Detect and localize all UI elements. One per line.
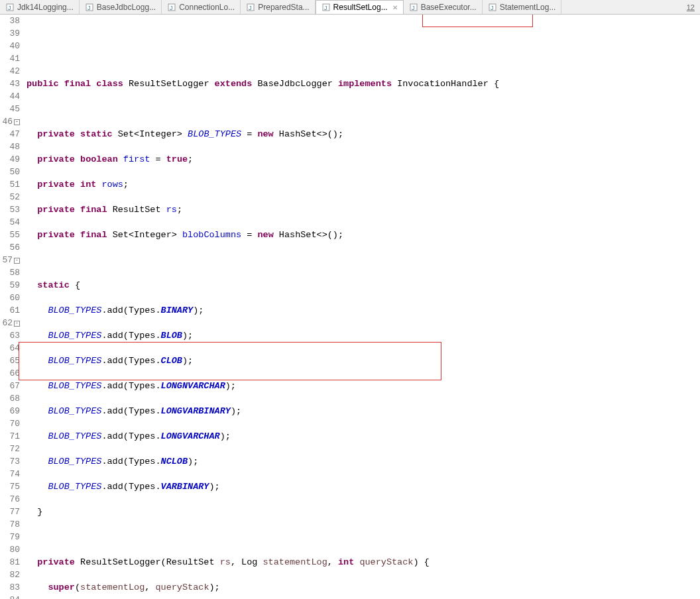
- tab-5[interactable]: J BaseExecutor...: [404, 0, 483, 14]
- annotation-box-1: [422, 15, 533, 27]
- tab-2[interactable]: J ConnectionLo...: [162, 0, 241, 14]
- code-line: BLOB_TYPES.add(Types.LONGVARCHAR);: [27, 430, 700, 443]
- code-line: }: [27, 506, 700, 518]
- code-line: BLOB_TYPES.add(Types.NCLOB);: [27, 455, 700, 468]
- tab-0[interactable]: J Jdk14Logging...: [0, 0, 80, 14]
- tab-4[interactable]: J ResultSetLog... ✕: [316, 0, 404, 14]
- tab-label: ResultSetLog...: [333, 3, 388, 12]
- code-line: private static Set<Integer> BLOB_TYPES =…: [27, 128, 700, 140]
- editor-tabs: J Jdk14Logging... J BaseJdbcLogg... J Co…: [0, 0, 700, 15]
- svg-text:J: J: [412, 5, 415, 11]
- svg-text:J: J: [491, 5, 494, 11]
- line-gutter: 383940414243444546-474849505152535455565…: [0, 15, 23, 599]
- tab-label: BaseExecutor...: [421, 3, 477, 12]
- java-file-icon: J: [321, 3, 331, 12]
- tab-label: ConnectionLo...: [179, 3, 235, 12]
- code-line: BLOB_TYPES.add(Types.BINARY);: [27, 304, 700, 317]
- java-file-icon: J: [488, 3, 497, 12]
- java-file-icon: J: [246, 3, 255, 12]
- code-line: BLOB_TYPES.add(Types.CLOB);: [27, 354, 700, 367]
- svg-text:J: J: [8, 5, 11, 11]
- code-area[interactable]: public final class ResultSetLogger exten…: [23, 15, 700, 599]
- java-file-icon: J: [5, 3, 15, 12]
- tab-label: BaseJdbcLogg...: [97, 3, 156, 12]
- svg-text:J: J: [249, 5, 252, 11]
- code-line: static {: [27, 279, 700, 292]
- java-file-icon: J: [409, 3, 418, 12]
- code-line: [27, 103, 700, 115]
- code-line: private boolean first = true;: [27, 153, 700, 166]
- code-line: private ResultSetLogger(ResultSet rs, Lo…: [27, 556, 700, 569]
- tabs-overflow[interactable]: 12: [687, 3, 700, 11]
- code-line: [27, 531, 700, 543]
- code-editor[interactable]: 383940414243444546-474849505152535455565…: [0, 15, 700, 599]
- svg-text:J: J: [88, 5, 91, 11]
- java-file-icon: J: [167, 3, 176, 12]
- tab-label: StatementLog...: [500, 3, 556, 12]
- code-line: BLOB_TYPES.add(Types.LONGVARBINARY);: [27, 405, 700, 417]
- code-line: public final class ResultSetLogger exten…: [27, 78, 700, 90]
- tab-label: Jdk14Logging...: [17, 3, 74, 12]
- code-line: private int rows;: [27, 178, 700, 191]
- code-line: private final Set<Integer> blobColumns =…: [27, 229, 700, 241]
- code-line: private final ResultSet rs;: [27, 203, 700, 216]
- tab-6[interactable]: J StatementLog...: [483, 0, 562, 14]
- svg-text:J: J: [324, 5, 327, 11]
- code-line: super(statementLog, queryStack);: [27, 581, 700, 594]
- code-line: [27, 254, 700, 266]
- svg-text:J: J: [170, 5, 173, 11]
- code-line: BLOB_TYPES.add(Types.BLOB);: [27, 329, 700, 342]
- tabs-count: 12: [687, 3, 695, 11]
- editor-window: J Jdk14Logging... J BaseJdbcLogg... J Co…: [0, 0, 700, 599]
- code-line: BLOB_TYPES.add(Types.LONGNVARCHAR);: [27, 380, 700, 392]
- close-icon[interactable]: ✕: [392, 4, 398, 11]
- tab-3[interactable]: J PreparedSta...: [241, 0, 315, 14]
- java-file-icon: J: [85, 3, 94, 12]
- tab-1[interactable]: J BaseJdbcLogg...: [80, 0, 162, 14]
- code-line: BLOB_TYPES.add(Types.VARBINARY);: [27, 480, 700, 493]
- tab-label: PreparedSta...: [258, 3, 309, 12]
